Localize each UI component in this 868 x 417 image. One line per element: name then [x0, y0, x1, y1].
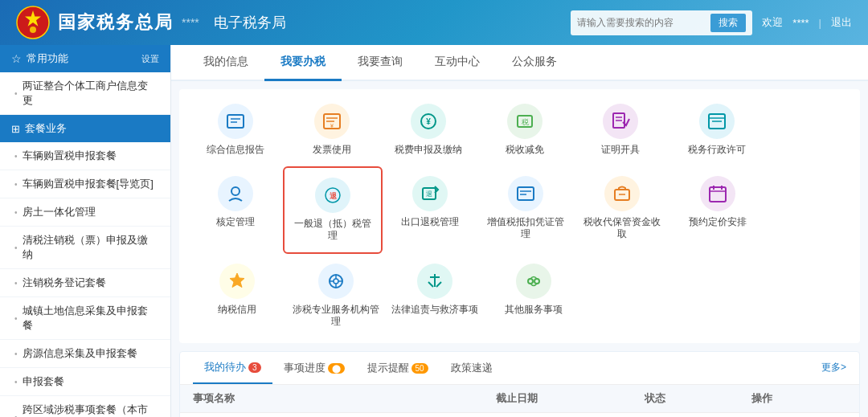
sidebar-setting[interactable]: 设置	[141, 53, 159, 65]
sidebar-item-fangtu[interactable]: • 房土一体化管理	[0, 198, 170, 227]
todo-tab-policy[interactable]: 政策速递	[440, 353, 504, 383]
func-yiban[interactable]: 退 一般退（抵）税管理	[283, 166, 382, 254]
func-label: 税务行政许可	[688, 144, 746, 157]
row-action: 详情	[739, 412, 859, 417]
shuifei-icon: ¥	[411, 104, 446, 139]
func-zengshuizeng[interactable]: 增值税抵扣凭证管理	[478, 166, 574, 254]
zhengming-icon	[603, 104, 638, 139]
sidebar-item-zhuxiao[interactable]: • 注销税务登记套餐	[0, 269, 170, 297]
table-header-row: 事项名称 截止日期 状态 操作	[180, 385, 859, 413]
svg-point-46	[534, 279, 539, 284]
todo-table: 事项名称 截止日期 状态 操作 应申报提醒 详情	[180, 385, 859, 417]
func-label: 法律追责与救济事项	[391, 304, 478, 317]
tab-tax[interactable]: 我要办税	[264, 45, 342, 81]
func-label: 税收代保管资金收取	[579, 216, 665, 241]
svg-point-20	[231, 187, 240, 195]
sidebar-item-label: 申报套餐	[23, 374, 64, 389]
sidebar-item-lianzheng[interactable]: • 两证整合个体工商户信息变更	[0, 72, 170, 115]
search-input[interactable]	[577, 17, 706, 28]
fapiao-icon: ¥	[314, 104, 350, 139]
func-placeholder4	[673, 254, 762, 338]
func-placeholder5	[763, 254, 852, 338]
func-label: 涉税专业服务机构管理	[291, 304, 380, 329]
jianmian-icon: 税	[507, 104, 542, 139]
bullet-icon: •	[14, 413, 18, 418]
sidebar-common-label: 常用功能	[27, 51, 68, 66]
search-button[interactable]: 搜索	[710, 14, 746, 32]
package-icon: ⊞	[11, 123, 20, 135]
todo-tab-progress[interactable]: 事项进度⬤	[272, 353, 356, 383]
row-deadline	[483, 412, 632, 417]
col-deadline: 截止日期	[483, 385, 632, 413]
function-row1: 综合信息报告 ¥ 发票使用 ¥ 税费申报及缴纳	[187, 94, 852, 166]
bullet-icon: •	[14, 180, 18, 189]
func-label: 证明开具	[601, 144, 640, 157]
sidebar-item-fangyuan[interactable]: • 房源信息采集及申报套餐	[0, 340, 170, 368]
svg-point-36	[334, 279, 338, 284]
sidebar-item-kuaqu1[interactable]: • 跨区域涉税事项套餐（本市去...	[0, 396, 170, 417]
tab-interact[interactable]: 互动中心	[419, 45, 496, 81]
func-jianmian[interactable]: 税 税收减免	[477, 94, 573, 166]
tab-query[interactable]: 我要查询	[342, 45, 419, 81]
func-yueyue[interactable]: 预约定价安排	[669, 166, 765, 254]
func-heding[interactable]: 核定管理	[187, 166, 283, 254]
func-sheshui[interactable]: 涉税专业服务机构管理	[286, 254, 385, 338]
logo-emblem	[16, 6, 50, 39]
tab-public[interactable]: 公众服务	[496, 45, 573, 81]
func-nashui[interactable]: 纳税信用	[187, 254, 286, 338]
func-label: 增值税抵扣凭证管理	[483, 216, 569, 241]
func-label: 一般退（抵）税管理	[289, 218, 375, 243]
sidebar-item-chengzhen[interactable]: • 城镇土地信息采集及申报套餐	[0, 297, 170, 340]
todo-tab-pending[interactable]: 我的待办3	[193, 352, 272, 384]
sidebar-item-label: 注销税务登记套餐	[23, 276, 106, 290]
func-xingzheng[interactable]: 税务行政许可	[669, 94, 765, 166]
qita-icon	[516, 264, 551, 299]
todo-more-link[interactable]: 更多>	[821, 361, 846, 374]
org-name: ****	[182, 16, 199, 29]
header-divider: |	[819, 17, 821, 29]
badge-remind: 50	[411, 363, 428, 374]
sidebar-item-cheliang2[interactable]: • 车辆购置税申报套餐[导览页]	[0, 170, 170, 198]
func-zhonghe[interactable]: 综合信息报告	[187, 94, 284, 166]
row-status	[632, 412, 739, 417]
heding-icon	[218, 176, 253, 211]
svg-text:¥: ¥	[426, 117, 431, 126]
function-row2: 核定管理 退 一般退（抵）税管理 退 出口退税管理	[187, 166, 852, 254]
sidebar-item-shenbao[interactable]: • 申报套餐	[0, 368, 170, 396]
daibao-icon	[604, 176, 640, 211]
sidebar-item-label: 两证整合个体工商户信息变更	[23, 79, 156, 108]
sidebar-item-cheliang1[interactable]: • 车辆购置税申报套餐	[0, 142, 170, 170]
todo-tabs: 我的待办3 事项进度⬤ 提示提醒50 政策速递 更多>	[180, 352, 859, 385]
sidebar-item-label: 房源信息采集及申报套餐	[23, 346, 137, 361]
bullet-icon: •	[14, 208, 18, 217]
func-shuifei[interactable]: ¥ 税费申报及缴纳	[380, 94, 477, 166]
sidebar-item-label: 城镇土地信息采集及申报套餐	[23, 304, 156, 333]
func-chukou[interactable]: 退 出口退税管理	[383, 166, 478, 254]
bullet-icon: •	[14, 89, 18, 98]
svg-rect-30	[710, 187, 726, 202]
func-fapiao[interactable]: ¥ 发票使用	[284, 94, 380, 166]
falv-icon	[417, 264, 452, 299]
yiban-icon: 退	[315, 178, 350, 213]
logout-button[interactable]: 退出	[831, 15, 852, 30]
func-label: 税费申报及缴纳	[395, 144, 462, 157]
table-row: 应申报提醒 详情	[180, 412, 859, 417]
header-right: 搜索 欢迎 **** | 退出	[571, 10, 852, 35]
func-daibao[interactable]: 税收代保管资金收取	[574, 166, 669, 254]
todo-tab-remind[interactable]: 提示提醒50	[356, 353, 440, 383]
func-zhengming[interactable]: 证明开具	[572, 94, 669, 166]
tab-myinfo[interactable]: 我的信息	[187, 45, 264, 81]
svg-text:¥: ¥	[330, 123, 334, 129]
bullet-icon: •	[14, 279, 18, 288]
sidebar-common-header: ☆ 常用功能 设置	[0, 45, 170, 72]
sidebar-item-qingshui[interactable]: • 清税注销税（票）申报及缴纳	[0, 227, 170, 269]
todo-tab-label: 我的待办	[204, 361, 246, 373]
func-falv[interactable]: 法律追责与救济事项	[386, 254, 485, 338]
col-status: 状态	[632, 385, 739, 413]
func-label: 税收减免	[506, 144, 544, 157]
sidebar-item-label: 跨区域涉税事项套餐（本市去...	[23, 403, 156, 417]
func-qita[interactable]: 其他服务事项	[485, 254, 583, 338]
func-placeholder2	[766, 166, 852, 254]
bullet-icon: •	[14, 152, 18, 161]
search-box: 搜索	[571, 10, 752, 35]
